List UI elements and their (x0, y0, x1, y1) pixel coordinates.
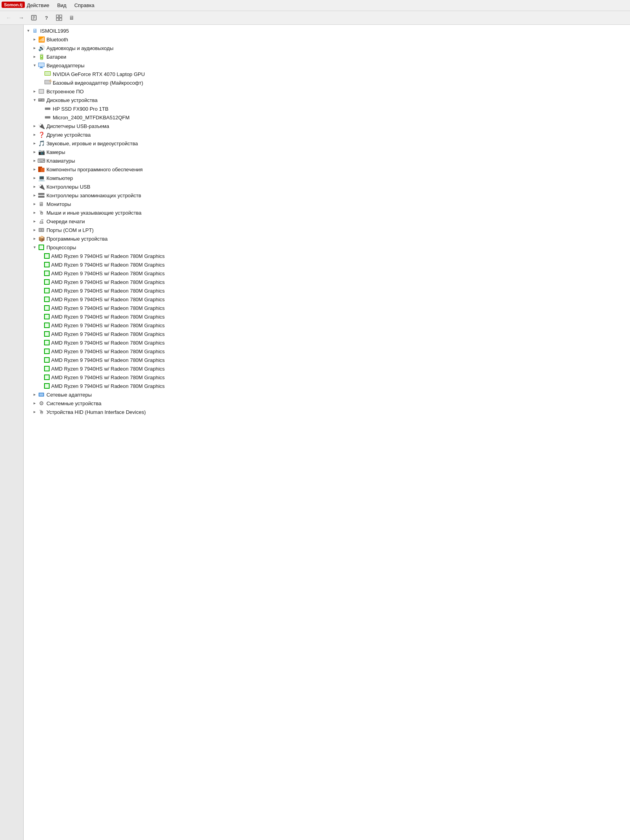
tree-item-micron[interactable]: Micron_2400_MTFDKBA512QFM (24, 113, 630, 122)
progdev-expand-icon[interactable]: ► (32, 235, 38, 242)
tree-item-cpu12[interactable]: AMD Ryzen 9 7940HS w/ Radeon 780M Graphi… (24, 356, 630, 364)
hid-expand-icon[interactable]: ► (32, 409, 38, 415)
micron-label: Micron_2400_MTFDKBA512QFM (53, 115, 130, 121)
tree-item-cpu3[interactable]: AMD Ryzen 9 7940HS w/ Radeon 780M Graphi… (24, 278, 630, 286)
grid-button[interactable] (54, 13, 65, 23)
usb-hubs-icon: 🔌 (38, 122, 45, 130)
computer-expand-icon[interactable]: ► (32, 175, 38, 181)
firmware-label: Встроенное ПО (46, 89, 84, 95)
mice-label: Мыши и иные указывающие устройства (46, 210, 141, 216)
battery-expand-icon[interactable]: ► (32, 54, 38, 60)
tree-item-network[interactable]: ► Сетевые адаптеры (24, 390, 630, 399)
system-expand-icon[interactable]: ► (32, 400, 38, 406)
printers-expand-icon[interactable]: ► (32, 218, 38, 224)
cpu-icon-11 (44, 349, 50, 354)
firmware-expand-icon[interactable]: ► (32, 88, 38, 95)
other-expand-icon[interactable]: ► (32, 132, 38, 138)
display-expand-icon[interactable]: ▼ (32, 62, 38, 69)
tree-item-cpu2[interactable]: AMD Ryzen 9 7940HS w/ Radeon 780M Graphi… (24, 269, 630, 278)
tree-root[interactable]: ▼ 🖥 ISMOIL1995 (24, 26, 630, 35)
cpu-label-15: AMD Ryzen 9 7940HS w/ Radeon 780M Graphi… (51, 383, 165, 389)
software-expand-icon[interactable]: ► (32, 166, 38, 172)
tree-item-ports[interactable]: ► Порты (COM и LPT) (24, 226, 630, 234)
monitor-button[interactable]: 🖥 (66, 13, 77, 23)
forward-button[interactable]: → (16, 13, 27, 23)
ports-expand-icon[interactable]: ► (32, 227, 38, 233)
network-expand-icon[interactable]: ► (32, 391, 38, 398)
tree-item-cpu1[interactable]: AMD Ryzen 9 7940HS w/ Radeon 780M Graphi… (24, 260, 630, 269)
menu-action[interactable]: Действие (24, 2, 52, 9)
cpu-icon-9 (44, 331, 50, 337)
tree-item-audio[interactable]: ► 🔊 Аудиовходы и аудиовыходы (24, 44, 630, 52)
tree-item-hp-ssd[interactable]: HP SSD FX900 Pro 1TB (24, 104, 630, 113)
svg-rect-33 (39, 393, 43, 396)
cpu-label-8: AMD Ryzen 9 7940HS w/ Radeon 780M Graphi… (51, 323, 165, 328)
system-label: Системные устройства (46, 401, 101, 406)
tree-item-cpu9[interactable]: AMD Ryzen 9 7940HS w/ Radeon 780M Graphi… (24, 330, 630, 338)
tree-item-processors[interactable]: ▼ Процессоры (24, 243, 630, 252)
mice-expand-icon[interactable]: ► (32, 210, 38, 216)
tree-item-nvidia[interactable]: NVIDIA GeForce RTX 4070 Laptop GPU (24, 70, 630, 78)
tree-item-disk[interactable]: ▼ Дисковые устройства (24, 96, 630, 104)
nvidia-icon (44, 70, 51, 78)
tree-item-sound[interactable]: ► 🎵 Звуковые, игровые и видеоустройства (24, 139, 630, 148)
menu-view[interactable]: Вид (54, 2, 70, 9)
root-expand-icon[interactable]: ▼ (25, 28, 32, 34)
usb-hubs-expand-icon[interactable]: ► (32, 123, 38, 129)
tree-item-cpu13[interactable]: AMD Ryzen 9 7940HS w/ Radeon 780M Graphi… (24, 364, 630, 373)
tree-item-cpu15[interactable]: AMD Ryzen 9 7940HS w/ Radeon 780M Graphi… (24, 382, 630, 390)
tree-item-bluetooth[interactable]: ► 📶 Bluetooth (24, 35, 630, 44)
menu-help[interactable]: Справка (71, 2, 98, 9)
tree-item-software[interactable]: ► Компоненты программного обеспечения (24, 165, 630, 174)
tree-item-firmware[interactable]: ► Встроенное ПО (24, 87, 630, 96)
tree-item-cameras[interactable]: ► 📷 Камеры (24, 148, 630, 156)
tree-item-progdev[interactable]: ► 📦 Программные устройства (24, 234, 630, 243)
tree-item-keyboards[interactable]: ► ⌨ Клавиатуры (24, 156, 630, 165)
properties-button[interactable] (28, 13, 39, 23)
disk-icon (38, 96, 45, 104)
tree-item-cpu8[interactable]: AMD Ryzen 9 7940HS w/ Radeon 780M Graphi… (24, 321, 630, 330)
tree-item-other[interactable]: ► ❓ Другие устройства (24, 130, 630, 139)
tree-item-cpu4[interactable]: AMD Ryzen 9 7940HS w/ Radeon 780M Graphi… (24, 286, 630, 295)
tree-item-usb-ctrl[interactable]: ► 🔌 Контроллеры USB (24, 182, 630, 191)
tree-item-monitors[interactable]: ► 🖥 Мониторы (24, 200, 630, 208)
help-button[interactable]: ? (41, 13, 52, 23)
disk-expand-icon[interactable]: ▼ (32, 97, 38, 103)
monitors-expand-icon[interactable]: ► (32, 201, 38, 207)
bluetooth-label: Bluetooth (46, 37, 68, 43)
tree-item-cpu0[interactable]: AMD Ryzen 9 7940HS w/ Radeon 780M Graphi… (24, 252, 630, 260)
tree-item-system[interactable]: ► ⚙ Системные устройства (24, 399, 630, 408)
tree-item-cpu11[interactable]: AMD Ryzen 9 7940HS w/ Radeon 780M Graphi… (24, 347, 630, 356)
back-button[interactable]: ← (3, 13, 14, 23)
tree-item-mice[interactable]: ► 🖱 Мыши и иные указывающие устройства (24, 208, 630, 217)
hp-ssd-label: HP SSD FX900 Pro 1TB (53, 106, 108, 112)
cameras-expand-icon[interactable]: ► (32, 149, 38, 155)
tree-item-cpu6[interactable]: AMD Ryzen 9 7940HS w/ Radeon 780M Graphi… (24, 304, 630, 312)
tree-item-basic-display[interactable]: ⚠ Базовый видеоадаптер (Майкрософт) (24, 78, 630, 87)
keyboards-expand-icon[interactable]: ► (32, 158, 38, 164)
tree-item-printers[interactable]: ► 🖨 Очереди печати (24, 217, 630, 226)
audio-expand-icon[interactable]: ► (32, 45, 38, 51)
content-area: ▼ 🖥 ISMOIL1995 ► 📶 Bluetooth ► 🔊 Аудиовх… (0, 25, 630, 840)
storage-ctrl-expand-icon[interactable]: ► (32, 192, 38, 198)
micron-icon (44, 114, 51, 121)
tree-item-hid[interactable]: ► 🖱 Устройства HID (Human Interface Devi… (24, 408, 630, 416)
cpu-icon-0 (44, 253, 50, 259)
tree-item-cpu5[interactable]: AMD Ryzen 9 7940HS w/ Radeon 780M Graphi… (24, 295, 630, 304)
tree-item-computer[interactable]: ► 💻 Компьютер (24, 174, 630, 182)
tree-item-cpu10[interactable]: AMD Ryzen 9 7940HS w/ Radeon 780M Graphi… (24, 338, 630, 347)
sound-expand-icon[interactable]: ► (32, 140, 38, 146)
processors-expand-icon[interactable]: ▼ (32, 244, 38, 250)
tree-item-storage-ctrl[interactable]: ► Контроллеры запоминающих устройств (24, 191, 630, 200)
svg-rect-4 (56, 15, 59, 17)
cpu-icon-2 (44, 271, 50, 276)
tree-item-battery[interactable]: ► 🔋 Батареи (24, 52, 630, 61)
tree-item-usb-hubs[interactable]: ► 🔌 Диспетчеры USB-разъема (24, 122, 630, 130)
tree-item-cpu7[interactable]: AMD Ryzen 9 7940HS w/ Radeon 780M Graphi… (24, 312, 630, 321)
bluetooth-expand-icon[interactable]: ► (32, 36, 38, 43)
usb-ctrl-expand-icon[interactable]: ► (32, 184, 38, 190)
tree-item-display[interactable]: ▼ Видеоадаптеры (24, 61, 630, 70)
printers-label: Очереди печати (46, 219, 85, 224)
svg-rect-9 (39, 63, 44, 67)
tree-item-cpu14[interactable]: AMD Ryzen 9 7940HS w/ Radeon 780M Graphi… (24, 373, 630, 382)
